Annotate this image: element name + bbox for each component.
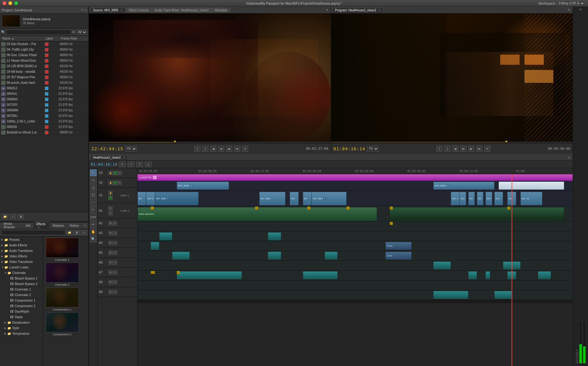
tree-item-video-effects[interactable]: ▶📁Video Effects <box>0 254 43 259</box>
effects-search-input[interactable] <box>1 230 65 235</box>
clip-a6-2[interactable] <box>503 261 520 269</box>
track-row-a3[interactable] <box>137 231 573 241</box>
track-a6-mute[interactable]: M <box>108 260 113 265</box>
project-list-item[interactable]: ▶00706U23.976 fps <box>0 113 88 119</box>
tree-item-video-transitions[interactable]: ▶📁Video Transitions <box>0 259 43 265</box>
tree-item-compression-1[interactable]: 🎞Compression 1 <box>0 298 43 303</box>
clip-mvi-v1f[interactable]: MVI <box>459 192 466 205</box>
program-timecode[interactable]: 01:04:16:14 <box>334 146 366 151</box>
tab-history[interactable]: History <box>67 223 81 228</box>
source-btn-rewind[interactable]: ◀ <box>210 146 216 152</box>
new-bin-btn[interactable]: 📁 <box>2 214 8 219</box>
tree-item-day4night[interactable]: 🎞Day4Night <box>0 309 43 314</box>
track-v3-solo[interactable]: S <box>118 171 122 175</box>
project-list-item[interactable]: ♪56 punch, body hard,44100 Hz <box>0 80 88 86</box>
close-button[interactable] <box>2 1 6 5</box>
tl-btn-add[interactable]: + <box>128 162 134 167</box>
timeline-scrollbar-h[interactable] <box>137 300 573 303</box>
project-search-input[interactable] <box>6 30 71 35</box>
delete-effect-btn[interactable]: 🗑 <box>74 230 80 235</box>
program-btn-step-back[interactable]: ⏮ <box>460 146 466 152</box>
project-list-item[interactable]: ♪18 135 BPM DEMO.w44100 Hz <box>0 64 88 69</box>
preview-cinematic2[interactable]: Cinematic 2 <box>46 263 79 286</box>
tab-markers[interactable]: Markers <box>50 223 66 228</box>
track-a8-solo[interactable]: S <box>113 280 117 284</box>
program-btn-rewind[interactable]: ◀ <box>452 146 458 152</box>
tab-metadata[interactable]: Metadata <box>212 8 230 13</box>
track-row-a2[interactable] <box>137 222 573 231</box>
clip-mvi-v1g[interactable]: MV <box>468 192 475 205</box>
preview-compression2[interactable]: Compression 2 <box>46 312 79 336</box>
track-a3-solo[interactable]: S <box>113 231 117 235</box>
tab-effects[interactable]: Effects ✕ <box>34 222 50 230</box>
program-btn-step-fwd[interactable]: ⏭ <box>476 146 482 152</box>
track-row-a9[interactable] <box>137 290 573 300</box>
tab-timeline-close[interactable]: ✕ <box>123 156 125 159</box>
track-v3-eye[interactable]: 👁 <box>113 171 117 175</box>
track-v3-lock[interactable]: 🔒 <box>108 171 113 175</box>
clip-mvi99-v1k[interactable]: MVI <box>507 192 516 205</box>
tool-hand[interactable]: ✋ <box>90 228 97 235</box>
tab-source-close[interactable]: ✕ <box>121 9 123 12</box>
clip-mvi99-v1l[interactable]: MVI_99 <box>520 192 542 205</box>
timeline-tracks-area[interactable]: 01:02:41:05 01:02:56:05 01:03:11:05 01:0… <box>137 168 573 366</box>
track-row-v1[interactable]: MV MVI_9 MVI_9955 fx MVI_99 <box>137 191 573 206</box>
tree-item-cinematic-2[interactable]: 🎞Cinematic 2 <box>0 292 43 298</box>
tool-pen[interactable]: ✏ <box>90 221 97 228</box>
program-zoom-select[interactable]: Fit <box>367 146 379 152</box>
track-v2-lock[interactable]: 🔒 <box>108 181 113 185</box>
source-zoom-select[interactable]: Fit <box>125 146 137 152</box>
track-row-a1[interactable]: Audio waveform <box>137 206 573 222</box>
minimize-button[interactable] <box>8 1 12 5</box>
tree-item-audio-transitions[interactable]: ▶📁Audio Transitions <box>0 248 43 254</box>
source-btn-mark-out[interactable]: } <box>202 146 208 152</box>
clip-a7-6[interactable] <box>507 271 516 279</box>
project-list-item[interactable]: ▶0068N323.976 fps <box>0 97 88 102</box>
tree-item-cinematic[interactable]: ▼📁Cinematic <box>0 270 43 276</box>
project-list-item[interactable]: ♪18 fall body – wood&44100 Hz <box>0 69 88 75</box>
clip-a7-2[interactable] <box>303 271 338 279</box>
tab-program[interactable]: Program: HeatHouse2_clean2 ✕ <box>332 8 384 13</box>
track-a5-solo[interactable]: S <box>113 251 117 255</box>
project-list-item[interactable]: ♪11 Heavy Wood Door48000 Hz <box>0 58 88 64</box>
clip-a5-1[interactable] <box>172 252 190 260</box>
tree-item-temperature[interactable]: ▶📁Temperature <box>0 331 43 337</box>
project-close-btn[interactable]: ✕ <box>81 8 83 12</box>
clip-mv-v1h[interactable]: MV <box>477 192 483 205</box>
tab-media-browser[interactable]: Media Browser <box>1 222 22 229</box>
track-v1-eye[interactable]: 👁 <box>108 196 113 200</box>
tab-effect-controls[interactable]: Effect Controls <box>126 8 152 13</box>
workspace-select[interactable]: Editing (CS5.5) <box>557 1 585 6</box>
program-scrubber[interactable] <box>331 142 573 143</box>
tree-item-style[interactable]: ▶📁Style <box>0 326 43 331</box>
clip-mvi995-v1d[interactable]: MV <box>303 192 311 205</box>
tab-timeline-main[interactable]: HeatHouse2_clean2 ✕ <box>90 155 128 160</box>
clip-a4-cons[interactable]: Cons <box>385 242 412 250</box>
track-v1-lock[interactable]: 🔒 <box>108 191 113 195</box>
clip-a7-1[interactable] <box>177 271 242 279</box>
clip-mvi9953-v1[interactable]: MVI_9953 fx <box>311 192 346 205</box>
project-list-item[interactable]: ▶0064UL23.976 fps <box>0 91 88 97</box>
project-list-item[interactable]: ♪00692623.976 fps <box>0 124 88 130</box>
project-menu-btn[interactable]: ≡ <box>85 8 87 12</box>
track-row-a5[interactable]: Cons <box>137 251 573 261</box>
track-a9-solo[interactable]: S <box>113 290 117 294</box>
window-controls[interactable] <box>2 1 18 5</box>
clip-a4-1[interactable] <box>151 242 159 250</box>
clip-a7-3[interactable] <box>151 271 155 274</box>
tab-info[interactable]: Info <box>23 223 33 228</box>
clip-a9-2[interactable] <box>494 291 512 299</box>
track-a4-mute[interactable]: M <box>108 241 113 245</box>
timeline-timecode[interactable]: 01:04:16:14 <box>91 162 117 167</box>
col-framerate[interactable]: Frame Rate <box>60 37 84 40</box>
clip-mvi99-v1j[interactable]: MVI_99 <box>494 192 503 205</box>
maximize-button[interactable] <box>14 1 18 5</box>
clip-a9-1[interactable] <box>433 291 468 299</box>
track-a3-mute[interactable]: M <box>108 231 113 235</box>
source-btn-mark-in[interactable]: { <box>194 146 200 152</box>
project-list-item[interactable]: ♪Bodyfall on Wood 1.ai48000 Hz <box>0 130 88 135</box>
tree-item-audio-effects[interactable]: ▶📁Audio Effects <box>0 243 43 248</box>
clip-white-v2[interactable] <box>499 182 564 190</box>
tab-effects-close[interactable]: ✕ <box>37 226 40 229</box>
clip-a5-2[interactable] <box>268 252 281 260</box>
